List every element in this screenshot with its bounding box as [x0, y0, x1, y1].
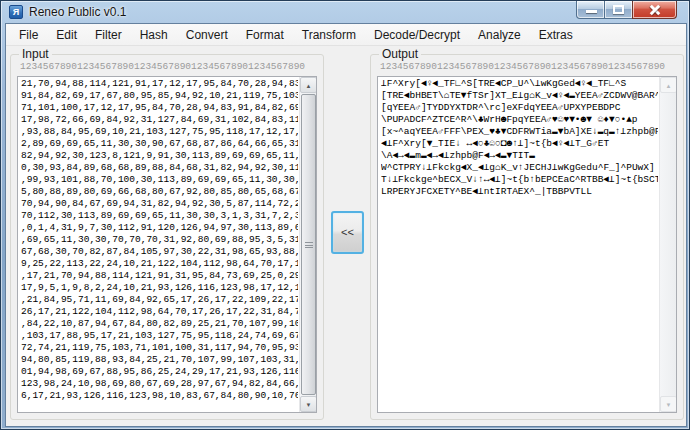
output-scroll-down-button: ▼: [660, 396, 677, 412]
menu-item-hash[interactable]: Hash: [131, 25, 177, 45]
close-button[interactable]: [632, 1, 677, 19]
input-scroll-up-button[interactable]: ▲: [300, 77, 317, 93]
input-textbox[interactable]: 21,70,94,88,114,121,91,17,12,17,95,84,70…: [17, 76, 317, 413]
transfer-left-button[interactable]: <<: [331, 211, 364, 254]
scroll-down-icon: ▼: [666, 402, 672, 408]
menu-item-format[interactable]: Format: [237, 25, 293, 45]
menu-item-file[interactable]: File: [10, 25, 47, 45]
input-scrollbar-thumb[interactable]: [301, 94, 316, 395]
output-scrollbar: ▲ ▼: [659, 77, 676, 412]
scrollbar-grip-icon: [305, 242, 313, 248]
menubar: File Edit Filter Hash Convert Format Tra…: [6, 24, 686, 46]
window-title: Reneo Public v0.1: [29, 5, 126, 19]
input-group-label: Input: [19, 47, 52, 61]
maximize-icon: [613, 5, 624, 14]
minimize-button[interactable]: [576, 1, 605, 19]
menu-item-extras[interactable]: Extras: [530, 25, 582, 45]
output-text[interactable]: ⊥F^Xry[◄♀◄_TF∟^S[TRE◄CP_U^\⊥wKgGed◄♀◄_TF…: [381, 78, 658, 411]
menu-item-filter[interactable]: Filter: [86, 25, 131, 45]
client-area: File Edit Filter Hash Convert Format Tra…: [5, 23, 687, 427]
app-icon: Я: [9, 5, 23, 19]
input-scrollbar[interactable]: ▲ ▼: [299, 77, 316, 412]
scroll-down-icon: ▼: [306, 402, 312, 408]
output-group-label: Output: [379, 47, 421, 61]
input-column-ruler: 1234567890123456789012345678901234567890…: [20, 61, 305, 73]
close-icon: [633, 1, 676, 18]
app-window: Я Reneo Public v0.1 File Edit Filter Has…: [0, 0, 690, 430]
input-groupbox: Input 1234567890123456789012345678901234…: [10, 54, 324, 420]
maximize-button[interactable]: [605, 1, 632, 19]
scroll-up-icon: ▲: [306, 83, 312, 89]
minimize-icon: [586, 10, 597, 13]
menu-item-edit[interactable]: Edit: [47, 25, 86, 45]
menu-item-transform[interactable]: Transform: [293, 25, 365, 45]
input-scroll-down-button[interactable]: ▼: [300, 396, 317, 412]
output-scroll-up-button: ▲: [660, 77, 677, 93]
output-textbox[interactable]: ⊥F^Xry[◄♀◄_TF∟^S[TRE◄CP_U^\⊥wKgGed◄♀◄_TF…: [377, 76, 677, 413]
scroll-up-icon: ▲: [666, 83, 672, 89]
menu-item-decode-decrypt[interactable]: Decode/Decrypt: [365, 25, 469, 45]
menu-item-convert[interactable]: Convert: [177, 25, 237, 45]
output-groupbox: Output 123456789012345678901234567890123…: [370, 54, 684, 420]
input-text[interactable]: 21,70,94,88,114,121,91,17,12,17,95,84,70…: [21, 78, 298, 411]
output-column-ruler: 1234567890123456789012345678901234567890…: [380, 61, 665, 73]
titlebar[interactable]: Я Reneo Public v0.1: [1, 1, 689, 23]
menu-item-analyze[interactable]: Analyze: [469, 25, 530, 45]
caption-buttons: [576, 1, 677, 19]
